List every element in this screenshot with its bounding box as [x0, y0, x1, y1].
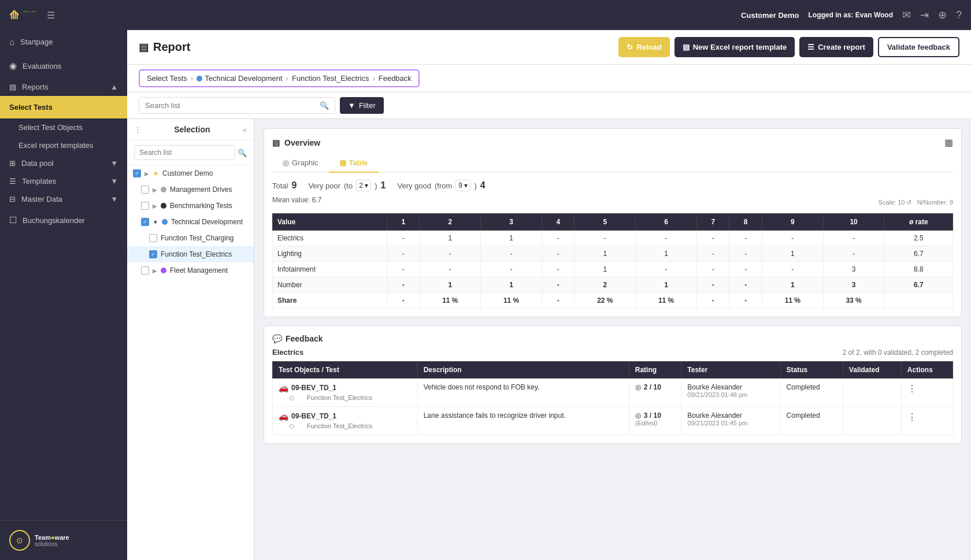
search-input[interactable]	[145, 101, 320, 110]
sidebar-item-startpage[interactable]: ⌂ Startpage	[0, 30, 127, 54]
templates-icon: ☰	[9, 177, 16, 186]
tab-graphic[interactable]: ◎ Graphic	[272, 154, 329, 173]
col-9: 9	[762, 214, 823, 231]
sidebar-calendar-label: Buchungskalender	[23, 216, 85, 225]
breadcrumb-feedback[interactable]: Feedback	[379, 74, 412, 83]
tree-item-technical-development[interactable]: ✓ ▼ Technical Development	[127, 214, 254, 230]
checkbox-technical-dev[interactable]: ✓	[141, 218, 149, 226]
collapse-selection-icon[interactable]: «	[243, 125, 247, 134]
signout-icon[interactable]: ⇥	[920, 9, 929, 21]
expand-arrow-management[interactable]: ▶	[153, 187, 157, 193]
overview-card: ▤ Overview ▦ ◎ Graphic ▦ Table	[264, 128, 962, 317]
sidebar-item-select-test-objects[interactable]: Select Test Objects	[0, 118, 127, 136]
datapool-icon: ⊞	[9, 159, 16, 168]
very-poor-dropdown[interactable]: 2 ▾	[356, 180, 371, 191]
sidebar-item-excel-templates[interactable]: Excel report templates	[0, 136, 127, 154]
status-cell-1: Completed	[780, 379, 843, 407]
th-tester: Tester	[681, 362, 780, 379]
very-poor-label: Very poor	[308, 181, 340, 190]
sidebar-test-objects-label: Select Test Objects	[18, 123, 83, 132]
very-good-dropdown[interactable]: 9 ▾	[455, 180, 470, 191]
feedback-title: 💬 Feedback	[272, 334, 323, 343]
very-good-stat: Very good (from 9 ▾ ) 4	[397, 180, 485, 191]
checkbox-management-drives[interactable]	[141, 186, 149, 194]
breadcrumb-technical-development[interactable]: Technical Development	[197, 74, 282, 83]
sidebar-item-master-data[interactable]: ⊟ Master Data ▼	[0, 190, 127, 208]
reload-button[interactable]: ↻ Reload	[618, 37, 669, 57]
grid-icon[interactable]: ▦	[944, 137, 953, 148]
checkbox-function-charging[interactable]	[149, 234, 157, 242]
top-navigation: ⟰ ⌒⌒ ☰ Customer Demo Logged in as: Evan …	[0, 0, 971, 30]
new-excel-button[interactable]: ▤ New Excel report template	[674, 37, 795, 57]
row-label-lighting: Lighting	[273, 246, 387, 262]
more-options-icon[interactable]: ⋮	[134, 125, 142, 134]
scale-info: Scale: 10 ↺ N/Number: 9	[879, 199, 953, 206]
tester-cell-2: Bourke Alexander 09/21/2023 01:45 pm	[681, 407, 780, 435]
create-report-icon: ☰	[807, 43, 814, 51]
report-icon: ▤	[139, 41, 149, 54]
breadcrumb-function-test[interactable]: Function Test_Electrics	[292, 74, 369, 83]
validate-feedback-button[interactable]: Validate feedback	[878, 37, 959, 57]
sidebar: ⌂ Startpage ◉ Evaluations ▤ Reports ▲ Se…	[0, 30, 127, 560]
tester-cell-1: Bourke Alexander 09/21/2023 01:48 pm	[681, 379, 780, 407]
main-content: ▤ Report ↻ Reload ▤ New Excel report tem…	[127, 30, 971, 560]
very-poor-stat: Very poor (to 2 ▾ ) 1	[308, 180, 386, 191]
sidebar-excel-label: Excel report templates	[18, 141, 93, 150]
tab-table[interactable]: ▦ Table	[329, 154, 379, 173]
sidebar-item-evaluations[interactable]: ◉ Evaluations	[0, 54, 127, 78]
checkbox-function-electrics[interactable]: ✓	[149, 250, 157, 258]
function-test-charging-label: Function Test_Charging	[161, 234, 248, 242]
customer-name: Customer Demo	[741, 11, 799, 20]
breadcrumb-select-tests[interactable]: Select Tests	[147, 74, 187, 83]
checkbox-fleet-management[interactable]	[141, 266, 149, 275]
very-good-label: Very good	[397, 181, 431, 190]
table-tab-icon: ▦	[339, 158, 346, 167]
sidebar-item-select-tests[interactable]: Select Tests	[0, 96, 127, 118]
help-icon[interactable]: ?	[956, 9, 962, 21]
actions-menu-button-2[interactable]: ⋮	[907, 412, 917, 422]
sidebar-item-buchungskalender[interactable]: ☐ Buchungskalender	[0, 208, 127, 232]
col-8: 8	[729, 214, 762, 231]
globe-icon[interactable]: ⊕	[938, 9, 947, 21]
expand-arrow-benchmarking[interactable]: ▶	[153, 203, 157, 209]
diamond-icon: ◇	[289, 394, 294, 402]
checkbox-customer-demo[interactable]: ✓	[133, 169, 141, 177]
expand-arrow-technical[interactable]: ▼	[153, 219, 158, 225]
checkbox-benchmarking[interactable]	[141, 202, 149, 210]
sidebar-item-data-pool[interactable]: ⊞ Data pool ▼	[0, 154, 127, 172]
tree-item-benchmarking-tests[interactable]: ▶ Benchmarking Tests	[127, 198, 254, 214]
mail-icon[interactable]: ✉	[902, 9, 911, 21]
search-icon: 🔍	[320, 101, 329, 110]
breadcrumb: Select Tests › Technical Development › F…	[139, 69, 420, 87]
table-row: Infotainment ----1----3 8.8	[273, 262, 953, 277]
selection-search-input[interactable]	[134, 145, 235, 160]
logo-waves-icon: ⟰	[9, 8, 19, 22]
report-panel: ▤ Overview ▦ ◎ Graphic ▦ Table	[254, 119, 971, 560]
sidebar-item-templates[interactable]: ☰ Templates ▼	[0, 172, 127, 190]
sidebar-item-reports[interactable]: ▤ Reports ▲	[0, 78, 127, 96]
actions-cell-1[interactable]: ⋮	[901, 379, 953, 407]
page-title: ▤ Report	[139, 40, 190, 54]
filter-button[interactable]: ▼ Filter	[340, 97, 384, 114]
tree-item-customer-demo[interactable]: ✓ ▶ ★ Customer Demo	[127, 165, 254, 181]
rating-cell-1: ◎ 2 / 10	[629, 379, 681, 407]
tree-item-management-drives[interactable]: ▶ Management Drives	[127, 181, 254, 198]
col-rate: ø rate	[884, 214, 953, 231]
actions-cell-2[interactable]: ⋮	[901, 407, 953, 435]
table-row: Lighting ----11--1- 6.7	[273, 246, 953, 262]
graphic-icon: ◎	[283, 158, 289, 167]
expand-arrow-customer[interactable]: ▶	[144, 170, 149, 177]
feedback-header: 💬 Feedback	[272, 334, 953, 343]
collapse-sidebar-button[interactable]: ☰	[47, 10, 55, 21]
feedback-count-info: 2 of 2, with 0 validated, 2 completed	[843, 348, 953, 357]
breadcrumb-bar: Select Tests › Technical Development › F…	[127, 65, 971, 92]
actions-menu-button-1[interactable]: ⋮	[907, 384, 917, 394]
page-title-text: Report	[153, 40, 190, 54]
tree-item-function-charging[interactable]: Function Test_Charging	[127, 230, 254, 246]
tree-item-fleet-management[interactable]: ▶ Fleet Management	[127, 262, 254, 279]
tree-item-function-electrics[interactable]: ✓ Function Test_Electrics	[127, 246, 254, 262]
expand-arrow-fleet[interactable]: ▶	[153, 268, 157, 274]
create-report-button[interactable]: ☰ Create report	[799, 37, 873, 57]
overview-icon: ▤	[272, 138, 280, 147]
row-label-infotainment: Infotainment	[273, 262, 387, 277]
